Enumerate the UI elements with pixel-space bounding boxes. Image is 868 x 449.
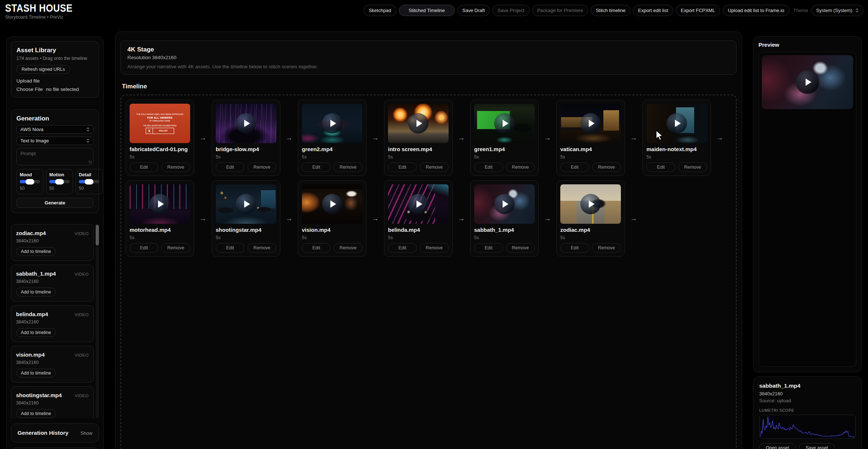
timeline-track[interactable]: THE FOLLOWING REEL HAS BEEN APPROVED FOR… (120, 95, 737, 449)
header-button-export-edit-list[interactable]: Export edit list (633, 5, 673, 16)
clip-edit-button[interactable]: Edit (388, 243, 417, 253)
clip-remove-button[interactable]: Remove (506, 243, 535, 253)
clip-thumbnail[interactable] (560, 184, 621, 224)
open-asset-button[interactable]: Open asset (759, 443, 796, 449)
refresh-signed-urls-button[interactable]: Refresh signed URLs (16, 65, 70, 74)
slider-knob[interactable] (55, 179, 64, 184)
play-button[interactable] (130, 184, 190, 224)
clip-remove-button[interactable]: Remove (161, 162, 190, 172)
header-button-upload-edit-list-to-frame-io[interactable]: Upload edit list to Frame.io (723, 5, 790, 16)
timeline-clip-belinda-mp4[interactable]: belinda.mp4 5s Edit Remove (384, 180, 453, 257)
model-select[interactable]: AWS Nova (16, 125, 93, 134)
timeline-clip-vision-mp4[interactable]: vision.mp4 5s Edit Remove (298, 180, 366, 257)
clip-thumbnail[interactable] (216, 184, 276, 224)
play-button[interactable] (388, 104, 449, 143)
play-button[interactable] (216, 184, 276, 224)
preview-play-button[interactable] (762, 55, 853, 109)
timeline-clip-shootingstar-mp4[interactable]: shootingstar.mp4 5s Edit Remove (212, 180, 280, 257)
add-to-timeline-button[interactable]: Add to timeline (16, 409, 56, 418)
clip-thumbnail[interactable] (388, 184, 449, 224)
clip-thumbnail[interactable] (130, 184, 190, 224)
clip-edit-button[interactable]: Edit (130, 162, 158, 172)
clip-edit-button[interactable]: Edit (302, 162, 331, 172)
clip-thumbnail[interactable] (474, 104, 535, 143)
clip-edit-button[interactable]: Edit (646, 162, 675, 172)
timeline-clip-green1-mp4[interactable]: green1.mp4 5s Edit Remove (470, 100, 539, 176)
theme-select[interactable]: System (System) (811, 5, 864, 16)
generate-button[interactable]: Generate (16, 198, 93, 208)
clip-thumbnail[interactable] (560, 104, 621, 143)
play-button[interactable] (474, 184, 535, 224)
clip-edit-button[interactable]: Edit (302, 243, 331, 253)
asset-list-item-zodiac-mp4[interactable]: zodiac.mp4 VIDEO 3840x2160 Add to timeli… (11, 224, 94, 261)
clip-remove-button[interactable]: Remove (334, 243, 362, 253)
timeline-clip-maiden-notext-mp4[interactable]: maiden-notext.mp4 5s Edit Remove (642, 100, 711, 176)
clip-edit-button[interactable]: Edit (130, 243, 158, 253)
header-button-export-fcpxml[interactable]: Export FCPXML (676, 5, 720, 16)
clip-thumbnail[interactable]: THE FOLLOWING REEL HAS BEEN APPROVED FOR… (130, 104, 190, 143)
header-button-stitch-timeline[interactable]: Stitch timeline (591, 5, 630, 16)
timeline-clip-bridge-slow-mp4[interactable]: bridge-slow.mp4 5s Edit Remove (212, 100, 280, 176)
play-button[interactable] (560, 104, 621, 143)
clip-edit-button[interactable]: Edit (474, 243, 503, 253)
generation-history-show-button[interactable]: Show (80, 430, 92, 436)
slider-track[interactable] (79, 180, 99, 183)
saved-drafts-panel[interactable]: Saved Drafts & Projects Show (11, 448, 99, 449)
save-asset-button[interactable]: Save asset (799, 443, 835, 449)
clip-remove-button[interactable]: Remove (334, 162, 362, 172)
play-button[interactable] (216, 104, 276, 143)
clip-remove-button[interactable]: Remove (592, 162, 621, 172)
play-button[interactable] (474, 104, 535, 143)
clip-edit-button[interactable]: Edit (216, 243, 245, 253)
asset-list-item-belinda-mp4[interactable]: belinda.mp4 VIDEO 3840x2160 Add to timel… (11, 305, 94, 342)
clip-remove-button[interactable]: Remove (592, 243, 621, 253)
slider-track[interactable] (49, 180, 70, 183)
clip-remove-button[interactable]: Remove (247, 162, 276, 172)
preview-video[interactable] (762, 55, 853, 109)
header-button-sketchpad[interactable]: Sketchpad (364, 5, 396, 16)
timeline-clip-sabbath-1-mp4[interactable]: sabbath_1.mp4 5s Edit Remove (470, 180, 539, 257)
clip-remove-button[interactable]: Remove (420, 243, 449, 253)
add-to-timeline-button[interactable]: Add to timeline (16, 328, 56, 337)
clip-thumbnail[interactable] (474, 184, 535, 224)
play-button[interactable] (388, 184, 449, 224)
clip-remove-button[interactable]: Remove (678, 162, 707, 172)
add-to-timeline-button[interactable]: Add to timeline (16, 369, 56, 377)
timeline-clip-green2-mp4[interactable]: green2.mp4 5s Edit Remove (298, 100, 366, 176)
play-button[interactable] (560, 184, 621, 224)
add-to-timeline-button[interactable]: Add to timeline (16, 288, 56, 296)
header-button-save-draft[interactable]: Save Draft (457, 5, 490, 16)
clip-edit-button[interactable]: Edit (474, 162, 503, 172)
clip-thumbnail[interactable] (388, 104, 449, 143)
file-input[interactable]: Choose File no file selected (16, 87, 93, 92)
clip-edit-button[interactable]: Edit (560, 162, 589, 172)
asset-list-scrollbar-thumb[interactable] (96, 225, 99, 245)
header-button-package-for-premiere[interactable]: Package for Premiere (532, 5, 588, 16)
clip-edit-button[interactable]: Edit (560, 243, 589, 253)
clip-edit-button[interactable]: Edit (388, 162, 417, 172)
slider-track[interactable] (20, 180, 40, 183)
header-button-stitched-timeline[interactable]: Stitched Timeline (399, 5, 455, 16)
clip-thumbnail[interactable] (302, 104, 362, 143)
timeline-clip-fabricatedcard-01-png[interactable]: THE FOLLOWING REEL HAS BEEN APPROVED FOR… (126, 100, 194, 176)
asset-list-scrollbar[interactable] (96, 224, 99, 418)
generation-history-panel[interactable]: Generation History Show (11, 423, 99, 442)
resize-grip-icon[interactable] (89, 161, 92, 164)
clip-remove-button[interactable]: Remove (247, 243, 276, 253)
timeline-clip-vatican-mp4[interactable]: vatican.mp4 5s Edit Remove (556, 100, 625, 176)
add-to-timeline-button[interactable]: Add to timeline (16, 247, 56, 256)
mode-select[interactable]: Text to Image (16, 137, 93, 145)
clip-edit-button[interactable]: Edit (216, 162, 245, 172)
asset-list-item-sabbath-1-mp4[interactable]: sabbath_1.mp4 VIDEO 3840x2160 Add to tim… (11, 265, 94, 302)
timeline-clip-zodiac-mp4[interactable]: zodiac.mp4 5s Edit Remove (556, 180, 625, 257)
header-button-save-project[interactable]: Save Project (492, 5, 530, 16)
asset-list-item-vision-mp4[interactable]: vision.mp4 VIDEO 3840x2160 Add to timeli… (11, 346, 94, 383)
choose-file-button[interactable]: Choose File (16, 87, 43, 92)
slider-knob[interactable] (85, 179, 93, 184)
clip-remove-button[interactable]: Remove (506, 162, 535, 172)
timeline-clip-intro-screen-mp4[interactable]: intro screen.mp4 5s Edit Remove (384, 100, 453, 176)
asset-list-item-shootingstar-mp4[interactable]: shootingstar.mp4 VIDEO 3840x2160 Add to … (11, 386, 94, 418)
play-button[interactable] (302, 184, 362, 224)
prompt-input[interactable] (16, 148, 93, 165)
play-button[interactable] (302, 104, 362, 143)
